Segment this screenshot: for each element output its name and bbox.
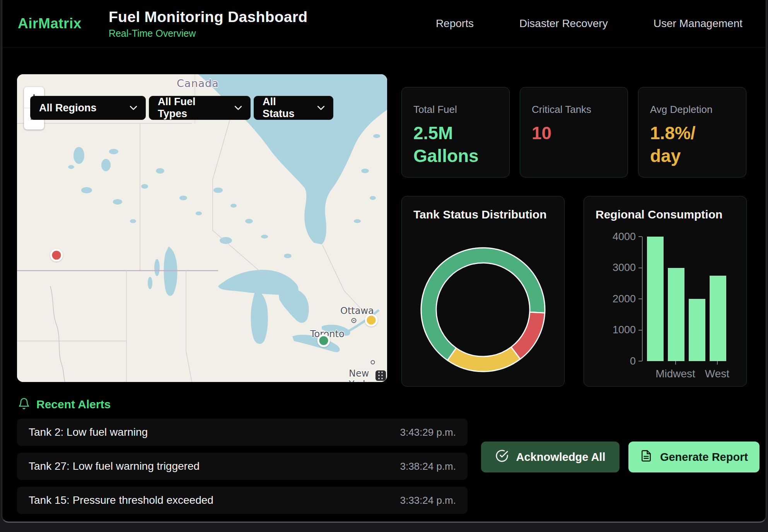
y-tick-label: 0 (630, 355, 636, 367)
stat-value-line1: 10 (532, 122, 616, 145)
bar-plot-area (642, 237, 726, 361)
alerts-list: Tank 2: Low fuel warning 3:43:29 p.m. Ta… (17, 419, 468, 514)
y-axis: 4000 3000 2000 1000 0 (606, 237, 642, 361)
bell-icon (18, 397, 30, 411)
acknowledge-all-label: Acknowledge All (516, 451, 606, 464)
page-title: Fuel Monitoring Dashboard (109, 9, 307, 26)
nav-item-reports[interactable]: Reports (436, 17, 474, 30)
action-buttons: Acknowledge All Generate Report (481, 442, 759, 472)
bar (710, 276, 726, 361)
x-axis: Midwest West (642, 361, 735, 380)
stat-value-line1: 2.5M (413, 122, 498, 145)
brand-logo: AirMatrix (18, 15, 82, 32)
right-column: Total Fuel 2.5M Gallons Critical Tanks 1… (401, 87, 747, 387)
generate-report-button[interactable]: Generate Report (628, 442, 759, 472)
map-filters: All Regions All Fuel Types All Status (30, 96, 333, 120)
stat-value-line2: Gallons (413, 145, 498, 167)
title-block: Fuel Monitoring Dashboard Real-Time Over… (109, 9, 307, 39)
page-subtitle: Real-Time Overview (109, 28, 307, 39)
donut-segment-critical (511, 312, 545, 359)
drag-handle-icon[interactable] (375, 370, 386, 381)
document-icon (640, 450, 652, 465)
chart-title: Tank Status Distribution (413, 208, 553, 221)
alerts-header: Recent Alerts (18, 397, 111, 411)
bar (647, 237, 664, 361)
stat-card-critical-tanks: Critical Tanks 10 (520, 87, 628, 177)
nav-item-user-management[interactable]: User Management (654, 17, 742, 30)
regional-consumption-chart-card: Regional Consumption 4000 3000 2000 1000… (584, 196, 747, 387)
acknowledge-all-button[interactable]: Acknowledge All (481, 442, 620, 472)
stats-row: Total Fuel 2.5M Gallons Critical Tanks 1… (401, 87, 747, 177)
stat-value-line2: day (650, 145, 734, 167)
header: AirMatrix Fuel Monitoring Dashboard Real… (2, 0, 766, 48)
nav-item-disaster-recovery[interactable]: Disaster Recovery (519, 17, 608, 30)
x-tick-label: West (705, 368, 729, 380)
status-filter-dropdown[interactable]: All Status (254, 96, 333, 120)
stat-value: 10 (532, 122, 616, 145)
fuel-type-filter-dropdown[interactable]: All Fuel Types (149, 96, 251, 120)
critical-tank-marker[interactable] (50, 249, 63, 262)
stat-value-line1: 1.8%/ (650, 122, 734, 145)
main-nav: Reports Disaster Recovery User Managemen… (436, 17, 750, 30)
chart-title: Regional Consumption (596, 208, 735, 221)
bar (689, 299, 705, 361)
y-tick-label: 3000 (613, 262, 636, 274)
alerts-title: Recent Alerts (36, 398, 111, 411)
donut-segment-warning (447, 347, 520, 372)
stat-label: Avg Depletion (650, 104, 734, 116)
donut-chart (413, 245, 553, 374)
region-filter-dropdown[interactable]: All Regions (30, 96, 146, 120)
check-circle-icon (495, 449, 509, 465)
bar-chart: 4000 3000 2000 1000 0 (606, 237, 735, 380)
stat-card-total-fuel: Total Fuel 2.5M Gallons (401, 87, 510, 177)
stat-label: Total Fuel (413, 104, 498, 116)
stat-card-avg-depletion: Avg Depletion 1.8%/ day (638, 87, 746, 177)
chevron-down-icon (235, 106, 242, 110)
y-tick-label: 1000 (613, 324, 636, 336)
map-label-canada: Canada (177, 77, 219, 89)
generate-report-label: Generate Report (660, 451, 748, 464)
alert-row[interactable]: Tank 2: Low fuel warning 3:43:29 p.m. (17, 419, 468, 446)
stat-value: 2.5M Gallons (413, 122, 498, 167)
stat-value: 1.8%/ day (650, 122, 734, 167)
warning-tank-marker[interactable] (365, 314, 377, 327)
chevron-down-icon (130, 106, 137, 110)
fuel-type-filter-label: All Fuel Types (158, 96, 228, 120)
y-tick-label: 2000 (613, 293, 636, 305)
alert-message: Tank 27: Low fuel warning triggered (29, 460, 200, 472)
y-tick-label: 4000 (613, 231, 636, 243)
alert-message: Tank 2: Low fuel warning (29, 426, 148, 438)
charts-row: Tank Status Distribution Regional Consum… (401, 196, 747, 387)
tank-map[interactable]: Canada Ottawa Toronto New York + − All R… (17, 74, 387, 382)
alert-time: 3:43:29 p.m. (400, 426, 456, 438)
stat-label: Critical Tanks (532, 104, 616, 116)
alert-message: Tank 15: Pressure threshold exceeded (29, 494, 213, 506)
tank-status-chart-card: Tank Status Distribution (401, 196, 565, 387)
alert-time: 3:38:24 p.m. (400, 460, 456, 472)
status-filter-label: All Status (263, 96, 311, 120)
bar (668, 268, 684, 361)
alert-row[interactable]: Tank 15: Pressure threshold exceeded 3:3… (17, 487, 468, 514)
donut-svg (418, 245, 548, 374)
alert-row[interactable]: Tank 27: Low fuel warning triggered 3:38… (17, 453, 468, 480)
dashboard-window: AirMatrix Fuel Monitoring Dashboard Real… (2, 0, 766, 523)
region-filter-label: All Regions (39, 102, 97, 114)
alert-time: 3:33:24 p.m. (400, 494, 456, 506)
chevron-down-icon (317, 106, 324, 110)
normal-tank-marker[interactable] (317, 334, 330, 347)
